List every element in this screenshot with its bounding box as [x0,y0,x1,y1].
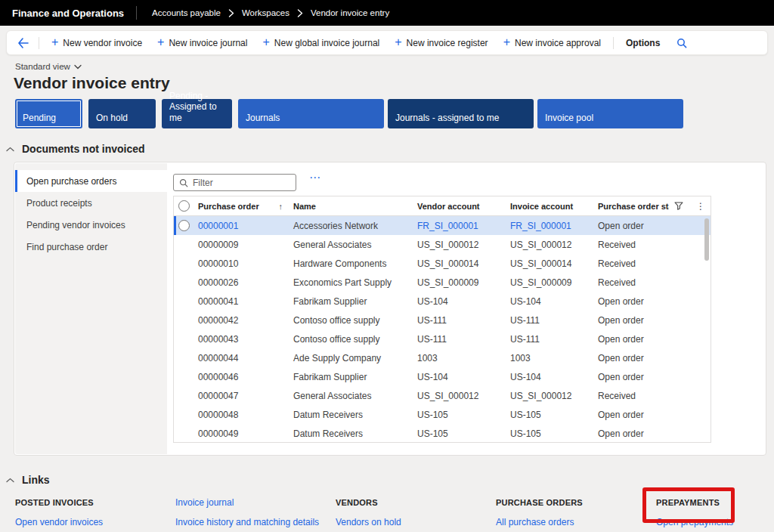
cell-vendor-account: US_SI_000012 [413,240,506,250]
breadcrumb-chevron-icon [228,9,234,17]
breadcrumb-item-accounts-payable[interactable]: Accounts payable [152,8,221,17]
toolbar-divider [39,37,39,49]
new-invoice-register-button[interactable]: +New invoice register [387,33,495,53]
cell-invoice-account: US-104 [506,372,593,382]
row-select-checkbox[interactable] [174,235,194,254]
table-row[interactable]: 00000041Fabrikam SupplierUS-104US-104Ope… [174,292,711,311]
link-invoice-history-and-matching-details[interactable]: Invoice history and matching details [175,512,330,532]
table-row[interactable]: 00000042Contoso office supplyUS-111US-11… [174,311,711,329]
link-vendors-on-hold[interactable]: Vendors on hold [336,512,491,532]
row-select-checkbox[interactable] [174,367,194,386]
row-select-checkbox[interactable] [174,424,194,443]
cell-vendor-account[interactable]: FR_SI_000001 [413,221,506,231]
row-select-checkbox[interactable] [174,405,194,424]
row-select-checkbox[interactable] [174,216,194,235]
cell-purchase-order-status: Open order [593,334,669,345]
cell-purchase-order-status: Received [593,277,669,288]
tab-product-receipts[interactable]: Product receipts [15,192,167,214]
row-select-checkbox[interactable] [174,329,194,348]
options-button[interactable]: Options [618,33,667,53]
cell-name: Contoso office supply [289,315,413,326]
back-button[interactable] [13,34,34,52]
breadcrumb: Accounts payableWorkspacesVendor invoice… [152,8,389,17]
cell-vendor-account: US_SI_000009 [413,277,506,288]
cell-invoice-account: US_SI_000014 [506,258,593,269]
more-options-button[interactable]: ⋯ [309,171,322,184]
tile-pending[interactable]: Pending [15,99,82,128]
chevron-up-icon [6,478,14,483]
cell-invoice-account: US_SI_000012 [506,240,593,250]
table-row[interactable]: 00000047General AssociatesUS_SI_000012US… [174,386,711,405]
toolbar-search-button[interactable] [670,34,693,52]
select-all-checkbox[interactable] [174,196,194,215]
new-invoice-approval-button[interactable]: +New invoice approval [496,33,608,53]
link-invoice-journal[interactable]: Invoice journal [175,493,330,512]
documents-section-header[interactable]: Documents not invoiced [6,143,145,155]
tab-pending-vendor-invoices[interactable]: Pending vendor invoices [15,214,167,236]
row-select-checkbox[interactable] [174,311,194,329]
link-open-vendor-invoices[interactable]: Open vendor invoices [15,512,170,532]
cell-invoice-account[interactable]: FR_SI_000001 [506,221,593,231]
row-select-checkbox[interactable] [174,348,194,367]
cell-purchase-order: 00000026 [194,277,289,288]
links-column-prepayments: PREPAYMENTSOpen prepayments [656,493,774,532]
view-selector[interactable]: Standard view [15,62,82,71]
link-open-prepayments[interactable]: Open prepayments [656,512,774,532]
filter-input[interactable]: Filter [173,174,296,191]
breadcrumb-item-workspaces[interactable]: Workspaces [242,8,289,17]
column-header-vendor-account[interactable]: Vendor account [413,202,506,211]
row-select-checkbox[interactable] [174,386,194,405]
filter-funnel-icon[interactable] [669,202,689,210]
cell-vendor-account: US-104 [413,372,506,382]
breadcrumb-item-vendor-invoice-entry[interactable]: Vendor invoice entry [311,8,389,17]
row-select-checkbox[interactable] [174,254,194,273]
cell-purchase-order: 00000047 [194,391,289,401]
tab-open-purchase-orders[interactable]: Open purchase orders [15,170,167,192]
table-row[interactable]: 00000009General AssociatesUS_SI_000012US… [174,235,711,254]
row-select-checkbox[interactable] [174,292,194,311]
table-row[interactable]: 00000048Datum ReceiversUS-105US-105Open … [174,405,711,424]
table-row[interactable]: 00000001Accessories NetworkFR_SI_000001F… [174,216,711,235]
links-column-vendors: VENDORSVendors on hold [336,493,491,532]
cell-name: Accessories Network [289,221,413,231]
tile-on-hold[interactable]: On hold [88,99,156,128]
new-global-invoice-journal-button[interactable]: +New global invoice journal [255,33,387,53]
cell-name: General Associates [289,391,413,401]
table-row[interactable]: 00000010Hardware ComponentsUS_SI_000014U… [174,254,711,273]
new-vendor-invoice-button[interactable]: +New vendor invoice [44,33,150,53]
toolbar-divider [613,37,614,49]
tile-invoice-pool[interactable]: Invoice pool [537,99,683,128]
chevron-down-icon [74,64,82,70]
cell-purchase-order-status: Open order [593,221,669,231]
back-arrow-icon [17,38,29,48]
search-icon [676,38,687,48]
table-row[interactable]: 00000044Ade Supply Company10031003Open o… [174,348,711,367]
table-row[interactable]: 00000049Datum ReceiversUS-105US-105Open … [174,424,711,443]
link-all-purchase-orders[interactable]: All purchase orders [496,512,651,532]
grid-kebab-menu[interactable]: ⋮ [691,201,711,212]
table-row[interactable]: 00000026Exconomics Part SupplyUS_SI_0000… [174,273,711,292]
column-header-name[interactable]: Name [289,202,413,211]
tile-label: Pending - Assigned to me [169,91,224,123]
cell-purchase-order[interactable]: 00000001 [194,221,289,231]
vertical-scrollbar[interactable] [704,218,709,261]
cell-vendor-account: US-105 [413,428,506,439]
column-header-invoice-account[interactable]: Invoice account [506,202,593,211]
table-row[interactable]: 00000043Contoso office supplyUS-111US-11… [174,329,711,348]
tile-journals[interactable]: Journals [238,99,384,128]
new-invoice-journal-button[interactable]: +New invoice journal [150,33,255,53]
column-header-purchase-order-status[interactable]: Purchase order status [593,202,669,211]
links-section-header[interactable]: Links [6,474,50,486]
button-label: New invoice register [407,38,488,48]
tab-find-purchase-order[interactable]: Find purchase order [15,236,167,258]
cell-purchase-order: 00000043 [194,334,289,345]
app-title[interactable]: Finance and Operations [0,8,136,19]
cell-invoice-account: US-104 [506,296,593,307]
tile-journals-assigned-to-me[interactable]: Journals - assigned to me [388,99,534,128]
row-select-checkbox[interactable] [174,273,194,292]
cell-invoice-account: 1003 [506,353,593,363]
tile-pending-assigned-to-me[interactable]: Pending - Assigned to me [162,99,232,128]
cell-name: Fabrikam Supplier [289,372,413,382]
table-row[interactable]: 00000046Fabrikam SupplierUS-104US-104Ope… [174,367,711,386]
column-header-purchase-order[interactable]: Purchase order ↑ [194,202,289,211]
